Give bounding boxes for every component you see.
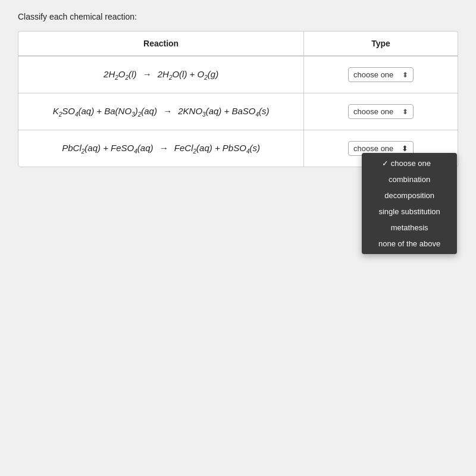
table-row: 2H2O2(l) → 2H2O(l) + O2(g) choose one ⬍ <box>18 56 458 93</box>
dropdown-option-decomposition[interactable]: decomposition <box>362 187 457 203</box>
select-label-row2: choose one <box>353 107 393 116</box>
col-header-reaction: Reaction <box>18 32 304 56</box>
chevron-icon-row1: ⬍ <box>402 71 408 79</box>
col-header-type: Type <box>304 32 458 56</box>
reactions-table: Reaction Type 2H2O2(l) → 2H2O(l) + O2(g)… <box>18 32 458 167</box>
select-label-row1: choose one <box>353 70 393 79</box>
equation-3: PbCl2(aq) + FeSO4(aq) → FeCl2(aq) + PbSO… <box>62 143 260 153</box>
equation-1: 2H2O2(l) → 2H2O(l) + O2(g) <box>104 69 218 79</box>
select-row2[interactable]: choose one ⬍ <box>348 104 414 119</box>
page-wrapper: Classify each chemical reaction: Reactio… <box>0 0 476 476</box>
type-cell-3: choose one ⬍ choose one combination deco… <box>304 130 458 167</box>
dropdown-option-none-of-the-above[interactable]: none of the above <box>362 236 457 252</box>
page-title: Classify each chemical reaction: <box>18 12 458 21</box>
dropdown-option-combination[interactable]: combination <box>362 171 457 187</box>
dropdown-option-choose-one[interactable]: choose one <box>362 155 457 171</box>
chevron-icon-row3: ⬍ <box>402 144 408 153</box>
type-cell-1: choose one ⬍ <box>304 56 458 93</box>
type-cell-2: choose one ⬍ <box>304 93 458 130</box>
dropdown-option-single-substitution[interactable]: single substitution <box>362 203 457 220</box>
equation-2: K2SO4(aq) + Ba(NO3)2(aq) → 2KNO3(aq) + B… <box>53 106 270 116</box>
reaction-cell-1: 2H2O2(l) → 2H2O(l) + O2(g) <box>18 56 304 93</box>
chevron-icon-row2: ⬍ <box>402 108 408 116</box>
reaction-cell-2: K2SO4(aq) + Ba(NO3)2(aq) → 2KNO3(aq) + B… <box>18 93 304 130</box>
table-row: K2SO4(aq) + Ba(NO3)2(aq) → 2KNO3(aq) + B… <box>18 93 458 130</box>
table-row: PbCl2(aq) + FeSO4(aq) → FeCl2(aq) + PbSO… <box>18 130 458 167</box>
dropdown-option-metathesis[interactable]: metathesis <box>362 220 457 236</box>
select-label-row3: choose one <box>353 144 393 153</box>
select-row1[interactable]: choose one ⬍ <box>348 67 414 82</box>
dropdown-menu-row3: choose one combination decomposition sin… <box>362 153 457 254</box>
table-container: Reaction Type 2H2O2(l) → 2H2O(l) + O2(g)… <box>18 31 458 167</box>
reaction-cell-3: PbCl2(aq) + FeSO4(aq) → FeCl2(aq) + PbSO… <box>18 130 304 167</box>
